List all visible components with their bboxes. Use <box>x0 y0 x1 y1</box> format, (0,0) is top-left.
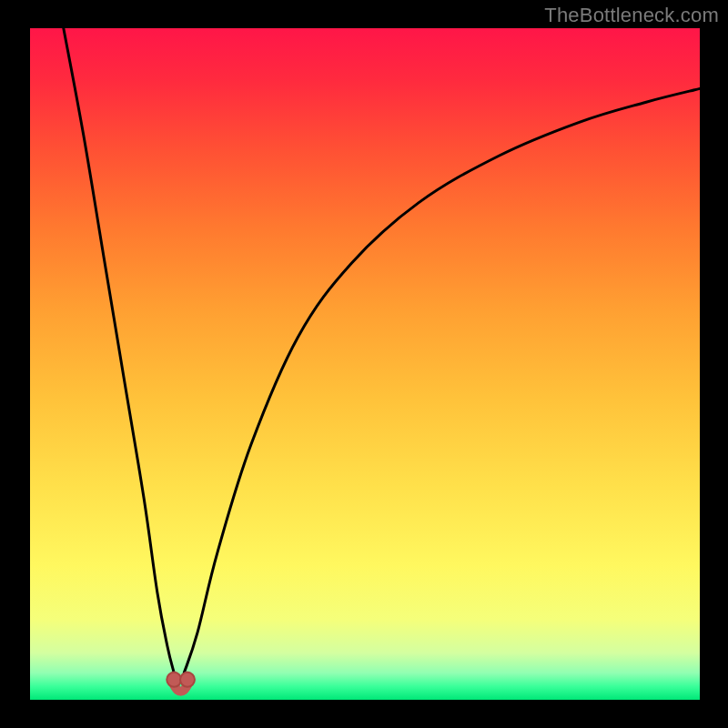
watermark-text: TheBottleneck.com <box>544 4 719 27</box>
curve-left-branch <box>64 28 174 672</box>
minimum-marker-right <box>180 672 195 687</box>
chart-frame: TheBottleneck.com <box>0 0 728 728</box>
chart-curves-layer <box>0 0 728 728</box>
minimum-marker-left <box>167 672 181 687</box>
curve-right-branch <box>184 88 700 672</box>
